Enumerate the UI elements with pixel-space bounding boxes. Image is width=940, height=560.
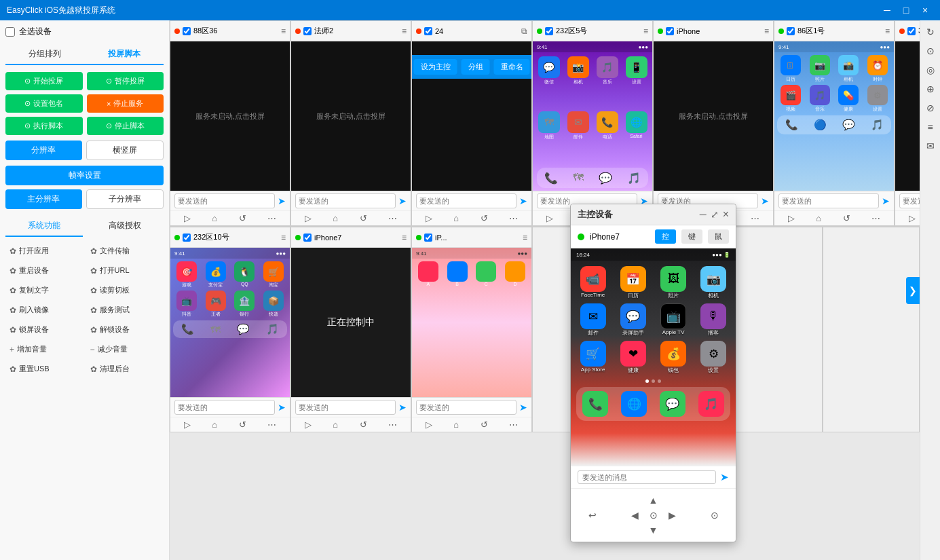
device-checkbox-8[interactable] [183, 234, 191, 242]
ctrl-play-1[interactable]: ▷ [184, 213, 191, 223]
device-checkbox-1[interactable] [183, 27, 191, 35]
device-send-btn-9[interactable]: ➤ [398, 402, 407, 413]
ctrl-play-2[interactable]: ▷ [305, 213, 312, 223]
device-screen-4[interactable]: 9:41 ●●● 💬微信 📸相机 🎵音乐 📱设置 🗺地图 ✉邮件 📞电话 🌐Sa… [533, 41, 652, 191]
device-checkbox-10[interactable] [424, 234, 432, 242]
func-file-transfer[interactable]: ✿文件传输 [86, 242, 164, 259]
device-screen-3[interactable]: 设为主控 分组 重命名 [412, 41, 531, 191]
func-service-test[interactable]: ✿服务测试 [86, 301, 164, 318]
device-screen-7[interactable]: 服务未启动,点击投屏 [895, 41, 920, 191]
rt-list-btn[interactable]: ≡ [922, 118, 939, 136]
func-reboot[interactable]: ✿重启设备 [5, 262, 83, 279]
device-msg-input-7[interactable] [899, 193, 920, 208]
device-msg-input-8[interactable] [174, 400, 275, 415]
device-menu-icon-5[interactable]: ≡ [764, 26, 769, 36]
modal-minimize-btn[interactable]: ─ [700, 209, 707, 220]
stop-script-button[interactable]: ⊙ 停止脚本 [87, 117, 164, 135]
ctrl-more-2[interactable]: ⋯ [388, 213, 397, 223]
nav-up-btn[interactable]: ▲ [645, 493, 662, 508]
ctrl-refresh-9[interactable]: ↺ [360, 419, 367, 430]
ctrl-refresh-10[interactable]: ↺ [481, 419, 488, 430]
device-screen-5[interactable]: 服务未启动,点击投屏 [654, 41, 773, 191]
device-menu-icon-4[interactable]: ≡ [643, 26, 648, 36]
ctrl-more-9[interactable]: ⋯ [388, 419, 397, 430]
adv-auth-tab[interactable]: 高级授权 [87, 216, 164, 237]
func-copy-text[interactable]: ✿复制文字 [5, 282, 83, 299]
pause-cast-button[interactable]: ⊙ 暂停投屏 [87, 72, 164, 90]
ctrl-home-8[interactable]: ⌂ [212, 419, 217, 430]
start-cast-button[interactable]: ⊙ 开始投屏 [5, 72, 83, 90]
device-copy-icon-3[interactable]: ⧉ [521, 26, 527, 36]
tab-group[interactable]: 分组排列 [5, 44, 85, 64]
ctrl-home-1[interactable]: ⌂ [212, 213, 217, 223]
ctrl-play-8[interactable]: ▷ [184, 419, 191, 430]
select-all-checkbox[interactable] [5, 27, 15, 37]
nav-center-btn[interactable]: ⊙ [645, 508, 662, 523]
main-res-tab[interactable]: 主分辨率 [5, 189, 82, 209]
device-checkbox-7[interactable] [907, 27, 916, 35]
func-unlock-screen[interactable]: ✿解锁设备 [86, 321, 164, 338]
sys-func-tab[interactable]: 系统功能 [5, 216, 83, 237]
ctrl-more-1[interactable]: ⋯ [267, 213, 276, 223]
rename-btn[interactable]: 重命名 [494, 59, 530, 75]
set-pkg-button[interactable]: ⊙ 设置包名 [5, 94, 83, 113]
control-modal[interactable]: 主控设备 ─ ⤢ × iPhone7 控 键 鼠 [570, 204, 736, 542]
nav-right-btn[interactable]: ▶ [664, 508, 680, 523]
ctrl-home-9[interactable]: ⌂ [333, 419, 338, 430]
ctrl-play-3[interactable]: ▷ [426, 213, 432, 223]
ctrl-play-10[interactable]: ▷ [426, 419, 432, 430]
tab-script[interactable]: 投屏脚本 [85, 44, 164, 65]
func-open-app[interactable]: ✿打开应用 [5, 242, 83, 259]
device-checkbox-3[interactable] [424, 27, 432, 35]
device-screen-10[interactable]: 9:41●●● A B C D [412, 248, 531, 397]
func-read-clipboard[interactable]: ✿读剪切板 [86, 282, 164, 299]
modal-ctrl-tab[interactable]: 控 [655, 229, 676, 244]
exec-script-button[interactable]: ⊙ 执行脚本 [5, 117, 83, 135]
device-msg-input-10[interactable] [416, 400, 516, 415]
device-screen-9[interactable]: 正在控制中 [291, 248, 411, 397]
modal-close-btn[interactable]: × [723, 208, 729, 221]
device-send-btn-6[interactable]: ➤ [882, 195, 890, 206]
device-send-btn-2[interactable]: ➤ [398, 195, 407, 206]
func-open-url[interactable]: ✿打开URL [86, 262, 164, 279]
ctrl-refresh-3[interactable]: ↺ [481, 213, 488, 223]
rt-msg-btn[interactable]: ✉ [922, 137, 939, 155]
ctrl-more-8[interactable]: ⋯ [267, 419, 276, 430]
expand-handle[interactable]: ❯ [906, 277, 920, 304]
modal-msg-input[interactable] [578, 470, 716, 484]
group-btn[interactable]: 分组 [462, 59, 490, 75]
ctrl-home-10[interactable]: ⌂ [453, 419, 459, 430]
ctrl-refresh-6[interactable]: ↺ [843, 213, 850, 223]
device-checkbox-2[interactable] [303, 27, 312, 35]
modal-keys-tab[interactable]: 键 [681, 229, 702, 244]
device-msg-input-6[interactable] [778, 193, 879, 208]
rt-minus-btn[interactable]: ⊘ [922, 99, 939, 117]
set-main-ctrl-btn[interactable]: 设为主控 [414, 59, 457, 75]
ctrl-play-4[interactable]: ▷ [546, 213, 553, 223]
device-screen-6[interactable]: 9:41●●● 🗓日历 📷照片 📸相机 ⏰时钟 🎬视频 🎵音乐 💊健康 ⚙设置 [774, 41, 894, 191]
device-checkbox-5[interactable] [666, 27, 674, 35]
ctrl-home-6[interactable]: ⌂ [816, 213, 821, 223]
device-send-btn-10[interactable]: ➤ [519, 402, 527, 413]
func-flash-mirror[interactable]: ✿刷入镜像 [5, 301, 83, 318]
modal-mouse-tab[interactable]: 鼠 [708, 229, 729, 244]
device-menu-icon-10[interactable]: ≡ [523, 233, 527, 242]
device-menu-icon-6[interactable]: ≡ [885, 26, 890, 36]
rt-circle-btn[interactable]: ⊙ [922, 42, 939, 60]
nav-left-btn[interactable]: ◀ [627, 508, 643, 523]
rt-refresh-btn[interactable]: ↻ [922, 23, 939, 41]
device-msg-input-2[interactable] [295, 193, 396, 208]
ctrl-play-7[interactable]: ▷ [909, 213, 916, 223]
device-send-btn-3[interactable]: ➤ [519, 195, 527, 206]
func-vol-up[interactable]: +增加音量 [5, 341, 83, 358]
stop-service-button[interactable]: × 停止服务 [87, 94, 164, 113]
ctrl-refresh-1[interactable]: ↺ [239, 213, 246, 223]
modal-send-btn[interactable]: ➤ [720, 471, 729, 483]
device-screen-8[interactable]: 9:41●●● 🎯游戏 💰支付宝 🐧QQ 🛒淘宝 📺抖音 🎮王者 🏦银行 📦快递 [170, 248, 290, 397]
func-lock-screen[interactable]: ✿锁屏设备 [5, 321, 83, 338]
freq-settings-button[interactable]: 帧率设置 [5, 166, 164, 185]
nav-down-btn[interactable]: ▼ [645, 523, 662, 538]
ctrl-home-3[interactable]: ⌂ [453, 213, 459, 223]
device-menu-icon-8[interactable]: ≡ [281, 233, 286, 242]
ctrl-refresh-8[interactable]: ↺ [239, 419, 246, 430]
